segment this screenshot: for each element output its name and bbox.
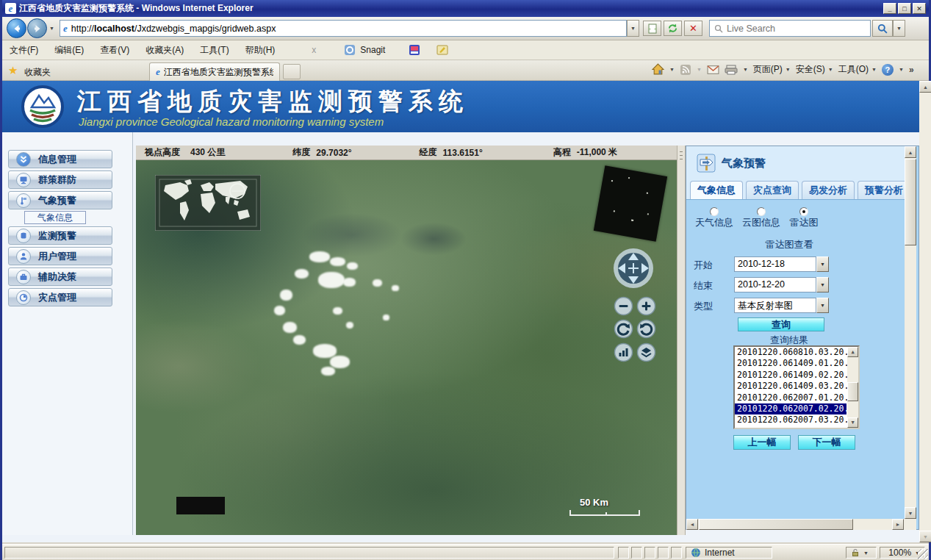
result-item[interactable]: 20101220.062007.02.20. [735, 403, 846, 414]
layers-button[interactable] [636, 342, 656, 362]
sidebar-item-weather-warning[interactable]: 气象预警 [8, 191, 112, 209]
feeds-button[interactable] [680, 64, 691, 76]
end-date-select[interactable]: 2010-12-20▼ [734, 277, 829, 292]
menu-item-help[interactable]: 帮助(H) [245, 44, 276, 57]
result-item[interactable]: 20101220.061409.02.20. [735, 370, 846, 381]
home-button[interactable] [652, 63, 664, 76]
radio-cloud-image[interactable] [757, 207, 766, 216]
search-options-dropdown[interactable]: ▼ [893, 20, 905, 37]
scroll-up-icon: ▲ [919, 81, 931, 93]
menu-item-view[interactable]: 查看(V) [100, 44, 129, 57]
protected-mode-button[interactable]: ▼ [846, 547, 877, 559]
refresh-button[interactable] [664, 21, 682, 36]
sidebar-item-decision-support[interactable]: 辅助决策 [8, 268, 112, 286]
type-select[interactable]: 基本反射率图▼ [734, 298, 829, 313]
print-button[interactable] [725, 64, 738, 76]
panel-vscrollbar[interactable]: ▲ ▼ [905, 146, 916, 519]
map-panel-splitter[interactable] [677, 146, 686, 535]
results-listbox[interactable]: 20101220.060810.03.20. 20101220.061409.0… [733, 345, 860, 429]
read-mail-button[interactable] [707, 65, 719, 75]
rotate-ccw-button[interactable] [636, 319, 656, 339]
address-input[interactable]: e http://localhost/Jxdzwebgis_mapgis/gri… [60, 20, 627, 37]
maximize-button[interactable]: □ [898, 3, 911, 14]
tab-hazard-query[interactable]: 灾点查询 [746, 181, 799, 199]
previous-image-button[interactable]: 上一幅 [733, 435, 791, 450]
next-image-button[interactable]: 下一幅 [798, 435, 855, 450]
overflow-chevron[interactable]: » [909, 65, 914, 75]
nav-history-dropdown[interactable]: ▼ [49, 26, 54, 31]
browser-window: e 江西省地质灾害监测预警系统 - Windows Internet Explo… [0, 0, 931, 560]
favorites-star-icon[interactable]: ★ [8, 64, 18, 77]
menu-item-favorites[interactable]: 收藏夹(A) [145, 44, 184, 57]
sidebar-item-hazard-point-mgmt[interactable]: 灾点管理 [8, 288, 112, 306]
stop-button[interactable]: ✕ [684, 21, 702, 36]
radio-radar-image[interactable] [799, 207, 808, 216]
toolbar-close-icon[interactable]: x [312, 45, 316, 55]
forward-button[interactable] [27, 18, 47, 38]
scroll-down-icon: ▼ [847, 417, 858, 428]
scroll-up-icon: ▲ [905, 146, 916, 158]
page-menu-button[interactable]: 页面(P)▼ [753, 63, 791, 76]
listbox-scrollbar[interactable]: ▲ ▼ [847, 347, 858, 428]
new-tab-stub[interactable] [283, 64, 301, 79]
tools-menu-button[interactable]: 工具(O)▼ [838, 63, 877, 76]
start-date-select[interactable]: 2010-12-18▼ [734, 256, 829, 272]
resize-grip[interactable] [918, 549, 928, 559]
result-item[interactable]: 20101220.062007.03.20. [735, 414, 846, 426]
result-item[interactable]: 20101220.062007.01.20. [735, 392, 846, 403]
zoom-out-button[interactable] [614, 296, 633, 316]
elevation-value: -11,000 米 [577, 146, 617, 159]
tab-weather-info[interactable]: 气象信息 [690, 181, 743, 199]
longitude-label: 经度 [420, 146, 437, 159]
panel-tabs: 气象信息 灾点查询 易发分析 预警分析 [686, 180, 905, 199]
sidebar-subitem-weather-info[interactable]: 气象信息 [24, 211, 86, 224]
scale-label: 50 Km [580, 497, 608, 508]
scroll-down-icon: ▼ [919, 531, 931, 542]
zoom-in-button[interactable] [636, 296, 656, 316]
query-button[interactable]: 查询 [738, 317, 824, 331]
search-go-button[interactable] [872, 20, 893, 37]
close-button[interactable]: ✕ [913, 3, 926, 14]
feeds-dropdown[interactable]: ▼ [697, 67, 702, 72]
print-dropdown[interactable]: ▼ [743, 67, 748, 72]
sidebar-item-user-mgmt[interactable]: 用户管理 [8, 247, 112, 265]
sidebar-item-info-mgmt[interactable]: 信息管理 [8, 150, 112, 168]
tab-warning-analysis[interactable]: 预警分析 [858, 181, 905, 199]
snagit-toolbar-button[interactable]: Snagit [344, 44, 385, 56]
result-item[interactable]: 20101220.060810.03.20. [735, 347, 846, 358]
compatibility-view-button[interactable] [643, 21, 661, 36]
menu-item-file[interactable]: 文件(F) [10, 44, 38, 57]
tab-susceptibility-analysis[interactable]: 易发分析 [802, 181, 855, 199]
tilt-bars-button[interactable] [614, 342, 633, 362]
title-bar: e 江西省地质灾害监测预警系统 - Windows Internet Explo… [2, 0, 929, 17]
snagit-editor-icon[interactable] [436, 44, 448, 56]
home-dropdown[interactable]: ▼ [669, 67, 675, 72]
address-dropdown-button[interactable]: ▼ [627, 20, 639, 37]
rotate-cw-button[interactable] [614, 319, 633, 339]
sidebar-item-monitor-warning[interactable]: 监测预警 [8, 226, 112, 245]
page-vscrollbar[interactable]: ▲ ▼ [919, 81, 931, 542]
result-item[interactable]: 20101220.061409.03.20. [735, 381, 846, 392]
status-message-area [4, 547, 614, 559]
sidebar-item-group-prevention[interactable]: 群策群防 [8, 170, 112, 189]
snagit-capture-icon[interactable] [409, 44, 420, 56]
result-item[interactable]: 20101220.061409.01.20. [735, 358, 846, 369]
weather-station-icon [16, 193, 31, 208]
map-canvas[interactable]: 50 Km [136, 160, 677, 535]
help-button[interactable]: ? [882, 64, 894, 76]
map-pan-control[interactable] [612, 247, 655, 290]
window-title: 江西省地质灾害监测预警系统 - Windows Internet Explore… [19, 2, 254, 15]
safety-menu-button[interactable]: 安全(S)▼ [796, 63, 833, 76]
menu-item-edit[interactable]: 编辑(E) [54, 44, 84, 57]
help-dropdown[interactable]: ▼ [899, 67, 904, 72]
tab-title: 江西省地质灾害监测预警系统 [164, 66, 273, 79]
search-input[interactable] [727, 24, 852, 34]
internet-globe-icon [691, 548, 701, 558]
radio-weather-info[interactable] [710, 207, 719, 216]
page-tab[interactable]: e 江西省地质灾害监测预警系统 [149, 62, 280, 81]
favorites-label[interactable]: 收藏夹 [24, 66, 51, 79]
minimize-button[interactable]: _ [883, 3, 896, 14]
back-button[interactable] [7, 18, 26, 38]
menu-item-tools[interactable]: 工具(T) [200, 44, 229, 57]
panel-hscrollbar[interactable]: ◄ ► [686, 519, 916, 530]
